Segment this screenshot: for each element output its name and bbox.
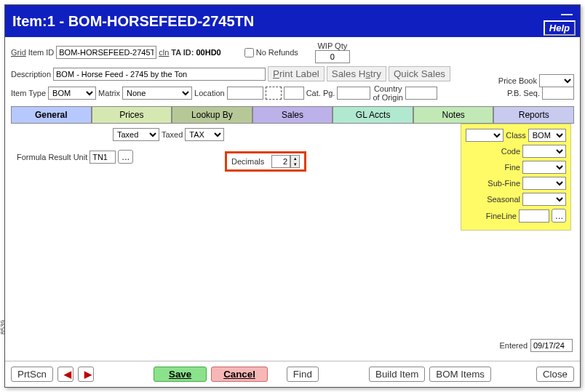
fineline-more-button[interactable]: ... <box>552 209 566 223</box>
pb-seq-label: P.B. Seq. <box>507 89 540 97</box>
taxed-label: Taxed <box>162 130 183 139</box>
location-input-2[interactable] <box>284 87 304 100</box>
bottom-bar: PrtScn ◀ ▶ Save Cancel Find Build Item B… <box>5 361 580 387</box>
seasonal-select[interactable] <box>522 193 566 206</box>
class-label: Class <box>506 131 526 140</box>
tabs: General Prices Lookup By Sales GL Accts … <box>11 106 574 124</box>
class-prefix-select[interactable] <box>466 129 504 142</box>
tab-prices[interactable]: Prices <box>92 106 172 124</box>
price-book-select[interactable] <box>539 74 574 87</box>
entered-row: Entered <box>499 339 573 352</box>
entered-date-input[interactable] <box>530 339 573 352</box>
close-button[interactable]: Close <box>536 367 574 382</box>
entered-label: Entered <box>499 341 528 350</box>
decimals-input[interactable] <box>271 155 290 168</box>
country-origin-label: Countryof Origin <box>373 84 403 102</box>
titlebar: Item:1 - BOM-HORSEFEED-2745TN — Help <box>5 5 580 37</box>
content-area: Grid Item ID cln TA ID: 00HD0 No Refunds… <box>5 37 580 342</box>
sales-history-button[interactable]: Sales Hstry <box>327 66 386 81</box>
formula-result-label: Formula Result Unit <box>17 153 87 161</box>
seasonal-label: Seasonal <box>487 195 520 204</box>
formula-result-input[interactable] <box>89 151 116 164</box>
class-select[interactable]: BOM <box>528 129 566 142</box>
window-title: Item:1 - BOM-HORSEFEED-2745TN <box>12 13 254 30</box>
general-panel: Taxed Taxed TAX Formula Result Unit ... … <box>11 124 574 342</box>
tax-code-select[interactable]: TAX <box>185 128 224 141</box>
matrix-label: Matrix <box>98 89 120 97</box>
side-watermark: 8539 <box>0 320 7 335</box>
no-refunds-label: No Refunds <box>256 48 298 57</box>
save-button[interactable]: Save <box>154 367 207 382</box>
tab-notes[interactable]: Notes <box>413 106 494 124</box>
find-button[interactable]: Find <box>287 367 319 382</box>
bom-items-button[interactable]: BOM Items <box>429 367 491 382</box>
minimize-button[interactable]: — <box>561 8 573 21</box>
location-label: Location <box>194 89 225 97</box>
prev-button[interactable]: ◀ <box>57 367 73 382</box>
quick-sales-button[interactable]: Quick Sales <box>389 66 450 81</box>
subfine-label: Sub-Fine <box>488 179 520 188</box>
item-type-select[interactable]: BOM <box>48 87 96 100</box>
decimals-up-button[interactable]: ▲ <box>291 156 299 161</box>
pb-seq-input[interactable] <box>542 87 574 100</box>
grid-link[interactable]: Grid <box>11 48 26 57</box>
prtscn-button[interactable]: PrtScn <box>11 367 53 382</box>
fineline-label: FineLine <box>486 212 517 220</box>
next-button[interactable]: ▶ <box>78 367 94 382</box>
build-item-button[interactable]: Build Item <box>369 367 425 382</box>
code-label: Code <box>501 147 520 156</box>
price-book-label: Price Book <box>498 76 537 85</box>
location-focus-box[interactable] <box>266 87 282 100</box>
description-label: Description <box>11 70 51 79</box>
matrix-select[interactable]: None <box>122 87 192 100</box>
fineline-input[interactable] <box>519 209 549 223</box>
tab-reports[interactable]: Reports <box>493 106 574 124</box>
country-origin-input[interactable] <box>405 87 437 100</box>
tab-sales[interactable]: Sales <box>252 106 333 124</box>
taxed-select[interactable]: Taxed <box>113 128 159 141</box>
classification-panel: Class BOM Code Fine Sub-Fine Seasonal <box>461 124 571 231</box>
wip-qty-input[interactable] <box>315 50 350 63</box>
decimals-highlight: Decimals ▲ ▼ <box>225 151 306 172</box>
item-id-label: Item ID <box>28 48 54 57</box>
description-input[interactable] <box>53 68 266 81</box>
item-type-label: Item Type <box>11 89 46 97</box>
decimals-spinner: ▲ ▼ <box>290 155 300 168</box>
tab-lookup[interactable]: Lookup By <box>172 106 252 124</box>
print-label-button[interactable]: PPrint Labelrint Label <box>268 66 325 81</box>
subfine-select[interactable] <box>522 177 566 190</box>
decimals-label: Decimals <box>231 157 264 166</box>
code-select[interactable] <box>522 145 566 158</box>
item-id-input[interactable] <box>56 46 156 59</box>
help-button[interactable]: Help <box>544 20 576 36</box>
cancel-button[interactable]: Cancel <box>211 367 268 382</box>
wip-qty-label: WIP Qty <box>317 41 347 50</box>
item-window: Item:1 - BOM-HORSEFEED-2745TN — Help Gri… <box>4 4 581 388</box>
cat-pg-label: Cat. Pg. <box>306 89 335 97</box>
cln-link[interactable]: cln <box>159 48 169 57</box>
formula-more-button[interactable]: ... <box>118 150 133 164</box>
tab-glaccts[interactable]: GL Accts <box>333 106 413 124</box>
no-refunds-checkbox[interactable] <box>244 48 254 57</box>
fine-select[interactable] <box>522 161 566 174</box>
fine-label: Fine <box>505 163 520 172</box>
decimals-down-button[interactable]: ▼ <box>291 161 299 167</box>
location-input-1[interactable] <box>227 87 263 100</box>
ta-id-value: 00HD0 <box>196 48 220 57</box>
cat-pg-input[interactable] <box>337 87 370 100</box>
tab-general[interactable]: General <box>11 106 92 124</box>
ta-id-label: TA ID: <box>171 48 194 57</box>
